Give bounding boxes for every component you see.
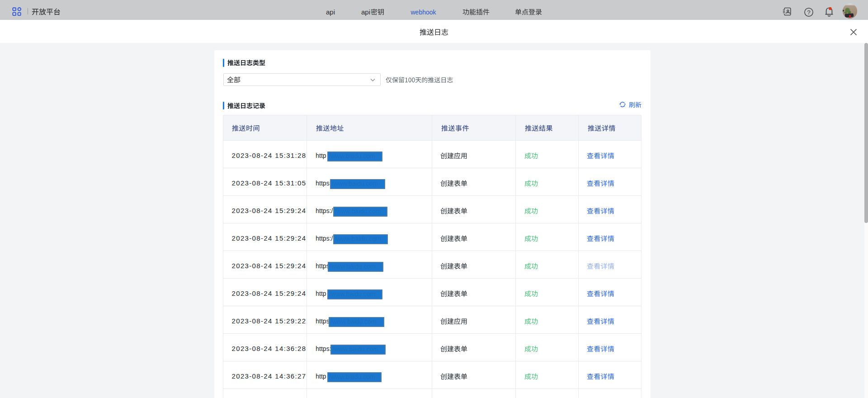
svg-text:?: ? bbox=[807, 9, 810, 16]
